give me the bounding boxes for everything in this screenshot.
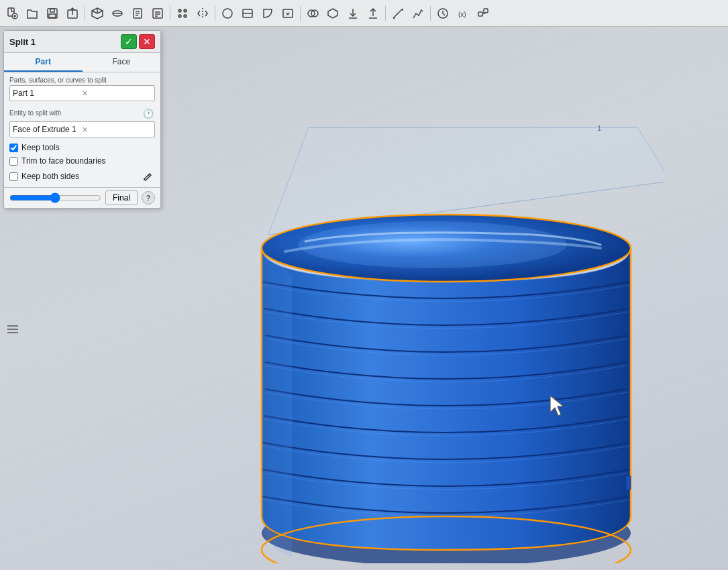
cube-icon[interactable] — [88, 4, 107, 23]
svg-rect-45 — [478, 12, 482, 16]
pattern-icon[interactable] — [173, 4, 192, 23]
svg-point-25 — [178, 15, 181, 17]
sep1 — [85, 6, 85, 21]
open-icon[interactable] — [23, 4, 42, 23]
fillet-icon[interactable] — [258, 4, 277, 23]
variable-icon[interactable]: (x) — [454, 4, 472, 23]
svg-text:1: 1 — [597, 124, 601, 132]
panel-title: Split 1 — [9, 37, 36, 47]
final-button[interactable]: Final — [105, 190, 138, 205]
sep5 — [385, 6, 386, 21]
sep2 — [170, 6, 170, 21]
keep-tools-checkbox[interactable] — [9, 144, 18, 152]
toolbar: (x) — [0, 0, 728, 27]
clock-icon[interactable] — [433, 4, 452, 23]
svg-line-11 — [92, 11, 97, 13]
analysis-icon[interactable] — [409, 4, 427, 23]
parts-clear-button[interactable]: × — [83, 89, 152, 98]
split-icon[interactable] — [238, 4, 257, 23]
export-icon[interactable] — [63, 4, 82, 23]
keep-tools-row: Keep tools — [9, 143, 155, 152]
trim-to-face-checkbox[interactable] — [9, 157, 18, 166]
history-icon[interactable]: 🕐 — [142, 107, 155, 120]
svg-rect-19 — [153, 9, 162, 18]
svg-line-12 — [97, 11, 103, 13]
panel-footer: Final ? — [4, 187, 160, 208]
confirm-button[interactable]: ✓ — [121, 34, 137, 49]
parts-field-label: Parts, surfaces, or curves to split — [9, 76, 155, 84]
upload-icon[interactable] — [364, 4, 382, 23]
svg-point-23 — [178, 9, 181, 12]
surface-icon[interactable] — [108, 4, 127, 23]
svg-marker-34 — [328, 9, 337, 18]
trim-to-face-row: Trim to face boundaries — [9, 156, 155, 166]
mirror-icon[interactable] — [193, 4, 212, 23]
svg-text:(x): (x) — [458, 11, 466, 18]
entity-input-value: Face of Extrude 1 — [13, 125, 83, 134]
keep-both-sides-row: Keep both sides — [9, 172, 79, 181]
svg-rect-31 — [283, 9, 293, 17]
3d-scene: 1 — [228, 94, 664, 563]
sep6 — [430, 6, 431, 21]
panel-header: Split 1 ✓ ✕ — [4, 31, 160, 53]
svg-rect-5 — [50, 9, 54, 12]
assembly2-icon[interactable] — [474, 4, 492, 23]
split-panel: Split 1 ✓ ✕ Part Face Parts, surfaces, o… — [3, 30, 161, 209]
cancel-button[interactable]: ✕ — [139, 34, 155, 49]
sep3 — [215, 6, 215, 21]
panel-body: Parts, surfaces, or curves to split Part… — [4, 72, 160, 187]
keep-both-sides-checkbox[interactable] — [9, 172, 18, 181]
sheet-icon[interactable] — [128, 4, 147, 23]
new-icon[interactable] — [3, 4, 21, 23]
feature-icon[interactable] — [323, 4, 342, 23]
entity-input-row[interactable]: Face of Extrude 1 × — [9, 121, 155, 137]
measure-icon[interactable] — [388, 4, 407, 23]
keep-tools-label[interactable]: Keep tools — [21, 143, 60, 152]
preview-slider[interactable] — [9, 192, 101, 203]
parts-input-row[interactable]: Part 1 × — [9, 85, 155, 101]
help-button[interactable]: ? — [142, 191, 155, 205]
panel-header-buttons: ✓ ✕ — [121, 34, 155, 49]
svg-point-24 — [184, 9, 187, 12]
sep4 — [300, 6, 301, 21]
svg-line-42 — [397, 13, 398, 15]
save-icon[interactable] — [43, 4, 62, 23]
pen-icon[interactable] — [142, 170, 155, 183]
entity-clear-button[interactable]: × — [83, 125, 152, 134]
svg-point-26 — [184, 15, 187, 17]
parts-input-value: Part 1 — [13, 89, 83, 98]
entity-field-label: Entity to split with — [9, 109, 61, 117]
svg-rect-6 — [49, 14, 56, 17]
keep-both-sides-label[interactable]: Keep both sides — [21, 172, 79, 181]
circle-shape-icon[interactable] — [218, 4, 237, 23]
svg-rect-46 — [484, 9, 488, 13]
svg-point-28 — [223, 9, 232, 18]
combine-icon[interactable] — [303, 4, 322, 23]
panel-tabs: Part Face — [4, 53, 160, 72]
drawing-icon[interactable] — [148, 4, 167, 23]
trim-to-face-label[interactable]: Trim to face boundaries — [21, 156, 106, 166]
tab-face[interactable]: Face — [83, 53, 161, 72]
slider-container — [9, 192, 101, 203]
tab-part[interactable]: Part — [4, 53, 83, 72]
svg-line-62 — [148, 175, 150, 176]
download-icon[interactable] — [344, 4, 362, 23]
dropdown-icon[interactable] — [278, 4, 297, 23]
list-icon[interactable] — [5, 322, 20, 339]
